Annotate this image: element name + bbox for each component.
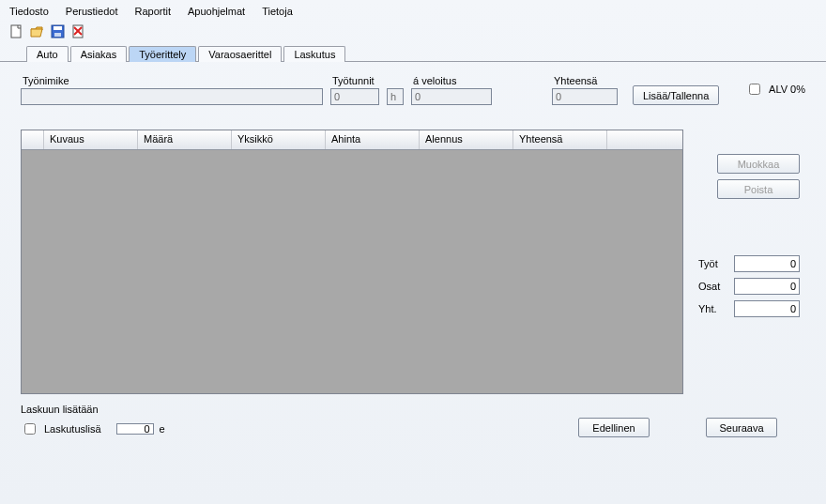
tab-bar: Auto Asiakas Työerittely Varaosaerittel … — [0, 45, 826, 61]
aveloitus-label: á veloitus — [413, 75, 492, 86]
laskutuslisa-row: Laskutuslisä e — [21, 420, 165, 437]
aveloitus-input[interactable] — [411, 88, 492, 105]
svg-rect-0 — [11, 25, 21, 38]
svg-rect-2 — [54, 26, 62, 30]
invoice-additions: Laskuun lisätään Laskutuslisä e — [21, 404, 165, 437]
tyot-value — [734, 255, 800, 272]
blank — [389, 75, 404, 86]
svg-rect-3 — [54, 33, 61, 37]
side-column: Muokkaa Poista Työt Osat Yht. — [698, 130, 805, 394]
yhteensa-input — [552, 88, 618, 105]
tab-auto[interactable]: Auto — [26, 46, 69, 62]
osat-label: Osat — [698, 281, 727, 292]
fields-row: Työnimike Työtunnit á veloitus Yhteensä … — [21, 75, 805, 105]
tab-laskutus[interactable]: Laskutus — [283, 46, 345, 62]
tab-content: Työnimike Työtunnit á veloitus Yhteensä … — [0, 71, 826, 394]
footer: Laskuun lisätään Laskutuslisä e Edelline… — [0, 404, 826, 437]
grid-col-yksikko[interactable]: Yksikkö — [232, 130, 326, 149]
alv-0-label: ALV 0% — [769, 84, 805, 95]
tyonimike-input[interactable] — [21, 88, 323, 105]
menu-item-about[interactable]: Tietoja — [262, 6, 293, 17]
menu-bar: Tiedosto Perustiedot Raportit Apuohjelma… — [0, 0, 826, 21]
new-icon[interactable] — [9, 24, 24, 39]
totals-block: Työt Osat Yht. — [698, 255, 800, 317]
laskutuslisa-checkbox[interactable] — [24, 423, 36, 435]
previous-button[interactable]: Edellinen — [578, 418, 650, 437]
menu-item-reports[interactable]: Raportit — [134, 6, 171, 17]
grid-header: Kuvaus Määrä Yksikkö Ahinta Alennus Yhte… — [22, 130, 682, 150]
menu-item-tools[interactable]: Apuohjelmat — [188, 6, 245, 17]
grid-col-ahinta[interactable]: Ahinta — [326, 130, 420, 149]
work-items-grid[interactable]: Kuvaus Määrä Yksikkö Ahinta Alennus Yhte… — [21, 130, 683, 394]
menu-item-file[interactable]: Tiedosto — [9, 6, 49, 17]
tab-asiakas[interactable]: Asiakas — [70, 46, 128, 62]
yhteensa-label: Yhteensä — [554, 75, 618, 86]
grid-col-kuvaus[interactable]: Kuvaus — [44, 130, 138, 149]
tyotunnit-unit-input — [387, 88, 404, 105]
tab-tyoerittely[interactable]: Työerittely — [129, 46, 196, 62]
edit-button[interactable]: Muokkaa — [717, 154, 800, 174]
tab-varaosaerittely[interactable]: Varaosaerittel — [198, 46, 282, 62]
grid-col-yhteensa[interactable]: Yhteensä — [513, 130, 607, 149]
osat-value — [734, 278, 800, 295]
grid-col-maara[interactable]: Määrä — [138, 130, 232, 149]
tyonimike-label: Työnimike — [23, 75, 323, 86]
laskutuslisa-input[interactable] — [116, 423, 154, 435]
yht-label: Yht. — [698, 303, 727, 314]
invoice-additions-title: Laskuun lisätään — [21, 404, 165, 415]
delete-button[interactable]: Poista — [717, 179, 800, 199]
yht-value — [734, 300, 800, 317]
laskutuslisa-label: Laskutuslisä — [44, 423, 101, 435]
grid-corner — [22, 130, 44, 149]
save-icon[interactable] — [51, 24, 66, 39]
next-button[interactable]: Seuraava — [706, 418, 777, 437]
tyotunnit-input[interactable] — [330, 88, 379, 105]
open-icon[interactable] — [30, 24, 45, 39]
alv-0-checkbox-input[interactable] — [749, 84, 760, 95]
tyotunnit-label: Työtunnit — [332, 75, 379, 86]
tyot-label: Työt — [698, 258, 727, 269]
delete-icon[interactable] — [71, 24, 86, 39]
add-save-button[interactable]: Lisää/Tallenna — [633, 85, 719, 105]
grid-col-empty — [607, 130, 682, 149]
toolbar — [0, 21, 826, 45]
alv-0-checkbox[interactable]: ALV 0% — [745, 81, 805, 98]
menu-item-basic-data[interactable]: Perustiedot — [66, 6, 118, 17]
grid-col-alennus[interactable]: Alennus — [420, 130, 513, 149]
laskutuslisa-unit: e — [160, 423, 165, 435]
